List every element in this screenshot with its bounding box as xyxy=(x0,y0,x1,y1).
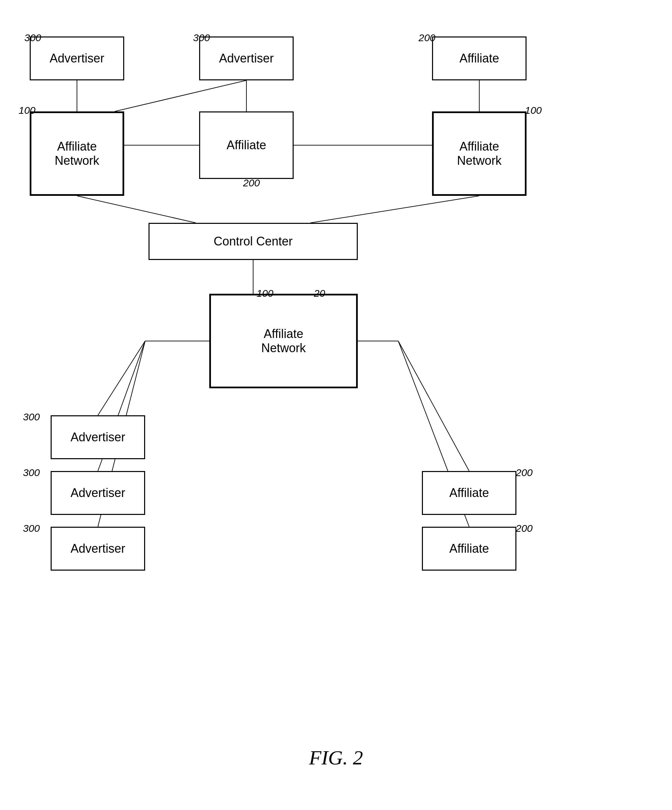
control-center-label: Control Center xyxy=(214,235,293,248)
affiliate-middle-label: Affiliate xyxy=(226,138,266,152)
label-200-middle: 200 xyxy=(243,177,260,189)
affiliate-top-label: Affiliate xyxy=(459,51,499,66)
svg-line-1 xyxy=(115,80,246,111)
affiliate-middle-box: Affiliate xyxy=(199,111,294,179)
label-300-adv4: 300 xyxy=(23,467,40,478)
advertiser4-label: Advertiser xyxy=(71,486,125,500)
affiliate-network-right-box: Affiliate Network xyxy=(432,111,527,196)
affiliate-network-bottom-label: Affiliate Network xyxy=(261,327,306,355)
advertiser5-label: Advertiser xyxy=(71,542,125,556)
advertiser2-label: Advertiser xyxy=(219,51,274,66)
advertiser3-label: Advertiser xyxy=(71,430,125,444)
label-20: 20 xyxy=(314,288,325,299)
advertiser2-box: Advertiser xyxy=(199,37,294,80)
label-300-adv5: 300 xyxy=(23,523,40,534)
svg-line-10 xyxy=(98,341,145,415)
label-100-center: 100 xyxy=(256,288,273,299)
affiliate2-box: Affiliate xyxy=(422,527,516,570)
advertiser5-box: Advertiser xyxy=(51,527,145,570)
affiliate-network-bottom-box: Affiliate Network xyxy=(209,294,358,388)
affiliate2-label: Affiliate xyxy=(449,542,489,556)
svg-line-6 xyxy=(77,196,196,223)
affiliate-network-left-box: Affiliate Network xyxy=(30,111,124,196)
label-100-right: 100 xyxy=(525,105,542,116)
svg-line-14 xyxy=(398,341,469,471)
label-300-adv1: 300 xyxy=(24,32,41,44)
label-300-adv3: 300 xyxy=(23,411,40,423)
label-200-aff1: 200 xyxy=(516,467,532,478)
label-200-aff2: 200 xyxy=(516,523,532,534)
advertiser3-box: Advertiser xyxy=(51,415,145,459)
affiliate-network-left-label: Affiliate Network xyxy=(55,140,99,168)
label-200-top: 200 xyxy=(419,32,435,44)
figure-label: FIG. 2 xyxy=(309,746,363,770)
label-100-left: 100 xyxy=(19,105,35,116)
advertiser1-box: Advertiser xyxy=(30,37,124,80)
label-300-adv2: 300 xyxy=(193,32,210,44)
svg-line-7 xyxy=(310,196,479,223)
affiliate1-box: Affiliate xyxy=(422,471,516,515)
advertiser1-label: Advertiser xyxy=(50,51,104,66)
advertiser4-box: Advertiser xyxy=(51,471,145,515)
affiliate-network-right-label: Affiliate Network xyxy=(457,140,502,168)
affiliate1-label: Affiliate xyxy=(449,486,489,500)
control-center-box: Control Center xyxy=(148,223,358,260)
affiliate-top-box: Affiliate xyxy=(432,37,527,80)
